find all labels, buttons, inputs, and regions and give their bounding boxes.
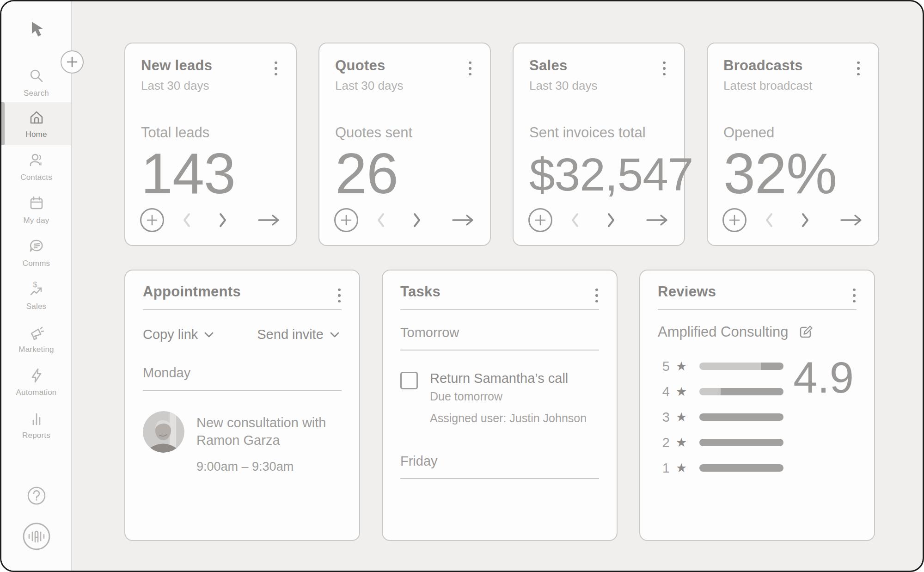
add-button[interactable] xyxy=(722,208,747,232)
card-title: Broadcasts xyxy=(723,57,863,74)
card-subtitle: Last 30 days xyxy=(141,79,280,93)
add-button[interactable] xyxy=(334,208,358,232)
card-footer xyxy=(722,208,863,232)
rating-bar xyxy=(699,388,783,395)
search-icon xyxy=(27,67,46,86)
active-indicator xyxy=(1,102,5,145)
add-button[interactable] xyxy=(140,208,164,232)
card-subtitle: Last 30 days xyxy=(335,79,474,93)
card-reviews: Reviews Amplified Consulting 5 ★ xyxy=(639,270,875,541)
rating-bar xyxy=(699,413,783,421)
divider xyxy=(400,350,599,351)
chevron-left-icon xyxy=(376,212,386,228)
sidebar-item-search[interactable]: Search xyxy=(1,62,71,102)
kebab-menu[interactable] xyxy=(333,286,345,305)
card-title: Reviews xyxy=(658,283,857,300)
go-to-report-button[interactable] xyxy=(645,213,669,227)
card-title: Sales xyxy=(529,57,668,74)
sidebar: Search Home Contacts My day xyxy=(1,1,72,571)
prev-button[interactable] xyxy=(764,212,774,228)
task-title: Return Samantha’s call xyxy=(430,371,587,386)
arrow-right-icon xyxy=(257,213,281,227)
send-invite-dropdown[interactable]: Send invite xyxy=(257,327,339,342)
rating-bar xyxy=(699,464,783,472)
sidebar-item-comms[interactable]: Comms xyxy=(1,231,71,274)
sidebar-item-contacts[interactable]: Contacts xyxy=(1,145,71,188)
card-new-leads: New leads Last 30 days Total leads 143 xyxy=(124,43,297,246)
arrow-right-icon xyxy=(451,213,475,227)
task-due-date: Due tomorrow xyxy=(430,390,587,403)
star-icon: ★ xyxy=(673,359,689,374)
sidebar-item-my-day[interactable]: My day xyxy=(1,188,71,231)
task-checkbox[interactable] xyxy=(400,372,418,389)
add-button[interactable] xyxy=(528,208,552,232)
sidebar-item-label: Marketing xyxy=(18,345,54,354)
widgets-row: Appointments Copy link Send invite Monda… xyxy=(124,270,923,541)
sidebar-item-label: Sales xyxy=(26,302,47,311)
bar-segment-dark xyxy=(721,388,784,395)
avatar xyxy=(143,411,184,453)
stats-row: New leads Last 30 days Total leads 143 xyxy=(124,43,923,246)
go-to-report-button[interactable] xyxy=(839,213,863,227)
kebab-menu[interactable] xyxy=(852,59,864,78)
kebab-menu[interactable] xyxy=(848,286,860,305)
rating-row-2: 2 ★ xyxy=(658,435,857,450)
keap-logo[interactable] xyxy=(1,1,71,59)
copy-link-dropdown[interactable]: Copy link xyxy=(143,327,214,342)
card-footer xyxy=(334,208,475,232)
appointment-item[interactable]: New consultation with Ramon Garza 9:00am… xyxy=(143,411,342,474)
rating-bar xyxy=(699,363,783,370)
go-to-report-button[interactable] xyxy=(451,213,475,227)
help-button[interactable] xyxy=(25,485,48,507)
card-title: Quotes xyxy=(335,57,474,74)
task-item: Return Samantha’s call Due tomorrow Assi… xyxy=(400,371,599,425)
send-invite-label: Send invite xyxy=(257,327,324,342)
avatar-photo xyxy=(143,411,184,453)
kebab-menu[interactable] xyxy=(658,59,670,78)
sidebar-item-home[interactable]: Home xyxy=(1,102,71,145)
star-icon: ★ xyxy=(673,435,689,450)
appointments-day-label: Monday xyxy=(143,365,342,381)
chevron-left-icon xyxy=(764,212,774,228)
assistant-button[interactable] xyxy=(20,520,53,553)
plus-icon xyxy=(729,215,740,226)
prev-button[interactable] xyxy=(570,212,580,228)
chevron-left-icon xyxy=(570,212,580,228)
metric-label: Total leads xyxy=(141,124,280,141)
business-name: Amplified Consulting xyxy=(658,324,789,340)
card-title: Appointments xyxy=(143,283,342,300)
next-button[interactable] xyxy=(412,212,422,228)
go-to-report-button[interactable] xyxy=(257,213,281,227)
next-button[interactable] xyxy=(606,212,616,228)
prev-button[interactable] xyxy=(376,212,386,228)
keap-logo-icon xyxy=(25,19,48,41)
prev-button[interactable] xyxy=(182,212,192,228)
kebab-menu[interactable] xyxy=(464,59,476,78)
app-window: Search Home Contacts My day xyxy=(0,0,924,572)
next-button[interactable] xyxy=(218,212,228,228)
next-button[interactable] xyxy=(800,212,810,228)
edit-business-button[interactable] xyxy=(797,323,814,341)
kebab-menu[interactable] xyxy=(270,59,282,78)
sidebar-item-reports[interactable]: Reports xyxy=(1,403,71,446)
copy-link-label: Copy link xyxy=(143,327,198,342)
sidebar-item-marketing[interactable]: Marketing xyxy=(1,317,71,360)
sidebar-bottom xyxy=(1,485,71,571)
card-subtitle: Last 30 days xyxy=(529,79,668,93)
rating-row-1: 1 ★ xyxy=(658,460,857,476)
sidebar-item-sales[interactable]: $ Sales xyxy=(1,274,71,317)
sidebar-item-label: Comms xyxy=(23,259,50,268)
divider xyxy=(400,478,599,479)
divider xyxy=(143,309,342,310)
appointment-details: New consultation with Ramon Garza 9:00am… xyxy=(196,411,349,474)
divider xyxy=(658,309,857,310)
global-add-button[interactable] xyxy=(61,50,84,74)
kebab-menu[interactable] xyxy=(591,286,603,305)
rating-row-label: 4 xyxy=(658,384,670,400)
voice-assistant-icon xyxy=(20,520,53,553)
star-icon: ★ xyxy=(673,461,689,475)
sidebar-item-automation[interactable]: Automation xyxy=(1,360,71,403)
dashboard: New leads Last 30 days Total leads 143 xyxy=(73,1,923,571)
metric-value: 26 xyxy=(335,145,474,202)
metric-value: 32% xyxy=(723,145,863,202)
